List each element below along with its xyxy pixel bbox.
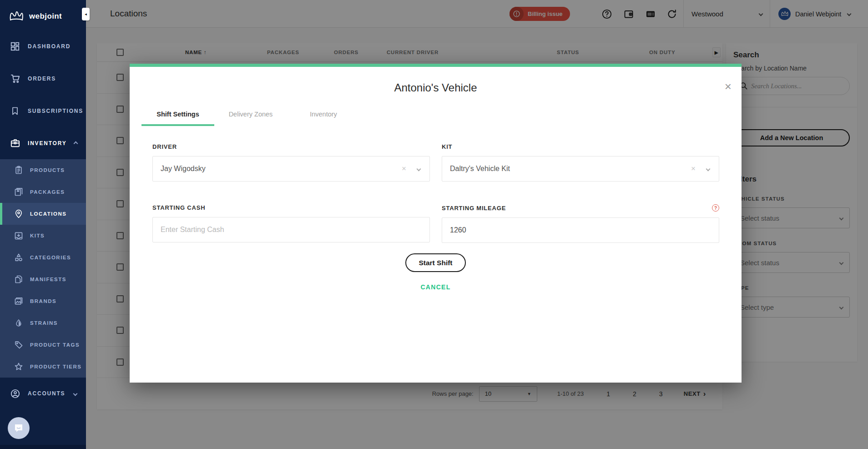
sidebar-item-products[interactable]: PRODUCTS <box>0 159 86 181</box>
map-pin-icon <box>14 209 24 219</box>
sidebar-footer-strip <box>0 445 86 449</box>
tag-icon <box>14 340 24 350</box>
tab-inventory[interactable]: Inventory <box>287 111 360 126</box>
sidebar-item-label: KITS <box>30 233 45 238</box>
modal-title: Antonio's Vehicle <box>130 81 742 94</box>
clear-icon[interactable]: × <box>691 164 696 173</box>
sidebar-item-label: PACKAGES <box>30 189 65 195</box>
starting-cash-label: STARTING CASH <box>152 204 205 211</box>
logo-text: webjoint <box>29 12 62 21</box>
starting-mileage-label: STARTING MILEAGE <box>442 205 506 212</box>
sidebar-item-label: SUBSCRIPTIONS <box>28 108 83 114</box>
sidebar-item-manifests[interactable]: MANIFESTS <box>0 268 86 290</box>
chevron-up-icon <box>74 140 77 146</box>
sidebar-item-subscriptions[interactable]: SUBSCRIPTIONS <box>0 95 86 127</box>
sidebar-item-accounts[interactable]: ACCOUNTS <box>0 383 86 404</box>
app-root: webjoint DASHBOARD ORDERS SUBSCRIPTIONS <box>0 0 868 449</box>
collapse-left-icon: ◂ <box>85 12 87 16</box>
sidebar-item-inventory[interactable]: INVENTORY <box>0 127 86 159</box>
clipboard-icon <box>14 165 24 175</box>
vehicle-modal: × Antonio's Vehicle Shift Settings Deliv… <box>130 64 742 383</box>
starting-mileage-input[interactable] <box>450 226 711 234</box>
package-book-icon <box>14 187 24 197</box>
image-icon <box>14 296 24 306</box>
chevron-down-icon[interactable] <box>706 166 711 171</box>
inventory-submenu: PRODUCTS PACKAGES LOCATIONS <box>0 159 86 378</box>
kit-value: Daltry's Vehicle Kit <box>450 165 510 173</box>
sidebar: webjoint DASHBOARD ORDERS SUBSCRIPTIONS <box>0 0 86 449</box>
chat-support-button[interactable] <box>8 417 30 439</box>
sidebar-item-label: DASHBOARD <box>28 43 71 50</box>
sidebar-item-orders[interactable]: ORDERS <box>0 62 86 95</box>
sidebar-item-categories[interactable]: CATEGORIES <box>0 247 86 268</box>
sidebar-item-product-tags[interactable]: PRODUCT TAGS <box>0 334 86 356</box>
close-icon[interactable]: × <box>725 81 732 92</box>
sidebar-item-label: MANIFESTS <box>30 277 66 282</box>
sidebar-item-packages[interactable]: PACKAGES <box>0 181 86 203</box>
tab-shift-settings[interactable]: Shift Settings <box>141 111 214 126</box>
sidebar-collapse-button[interactable]: ◂ <box>82 8 90 20</box>
dashboard-grid-icon <box>10 41 20 52</box>
help-circle-icon[interactable]: ? <box>712 204 719 212</box>
modal-tabs: Shift Settings Delivery Zones Inventory <box>141 111 742 126</box>
driver-select[interactable]: Jay Wigodsky × <box>152 156 430 182</box>
sidebar-item-label: ACCOUNTS <box>28 390 65 397</box>
clear-icon[interactable]: × <box>402 164 406 173</box>
chat-bubble-icon <box>13 423 24 434</box>
driver-value: Jay Wigodsky <box>161 165 206 173</box>
documents-icon <box>14 274 24 284</box>
sidebar-item-label: BRANDS <box>30 298 56 304</box>
sidebar-nav: DASHBOARD ORDERS SUBSCRIPTIONS INVENTORY <box>0 30 86 404</box>
sidebar-item-dashboard[interactable]: DASHBOARD <box>0 30 86 62</box>
sidebar-item-kits[interactable]: KITS <box>0 225 86 247</box>
start-shift-button[interactable]: Start Shift <box>405 253 465 272</box>
droplet-icon <box>14 318 24 328</box>
webjoint-crown-logo-icon <box>9 10 24 22</box>
sidebar-item-label: STRAINS <box>30 320 58 326</box>
sidebar-item-label: INVENTORY <box>28 140 67 146</box>
sidebar-item-strains[interactable]: STRAINS <box>0 312 86 334</box>
sidebar-item-label: PRODUCTS <box>30 167 65 173</box>
cart-icon <box>10 73 20 84</box>
shapes-icon <box>14 252 24 262</box>
star-icon <box>14 362 24 372</box>
sidebar-item-label: PRODUCT TAGS <box>30 342 80 348</box>
sidebar-item-locations[interactable]: LOCATIONS <box>0 203 86 225</box>
sidebar-item-product-tiers[interactable]: PRODUCT TIERS <box>0 356 86 378</box>
logo[interactable]: webjoint <box>0 0 86 25</box>
kit-select[interactable]: Daltry's Vehicle Kit × <box>442 156 719 182</box>
sidebar-item-label: LOCATIONS <box>30 211 66 217</box>
sidebar-item-label: ORDERS <box>28 76 56 82</box>
briefcase-icon <box>10 138 20 149</box>
driver-label: DRIVER <box>152 143 177 150</box>
sidebar-item-brands[interactable]: BRANDS <box>0 290 86 312</box>
chevron-down-icon[interactable] <box>417 166 421 171</box>
starting-cash-input[interactable] <box>161 226 422 234</box>
chevron-down-icon <box>74 390 77 397</box>
sidebar-item-label: CATEGORIES <box>30 255 71 260</box>
cancel-button[interactable]: CANCEL <box>130 283 742 291</box>
bookmark-icon <box>10 106 20 116</box>
tab-delivery-zones[interactable]: Delivery Zones <box>214 111 287 126</box>
sidebar-item-label: PRODUCT TIERS <box>30 364 81 369</box>
kit-label: KIT <box>442 143 452 150</box>
account-person-icon <box>10 388 20 399</box>
inbox-arrow-icon <box>14 231 24 241</box>
